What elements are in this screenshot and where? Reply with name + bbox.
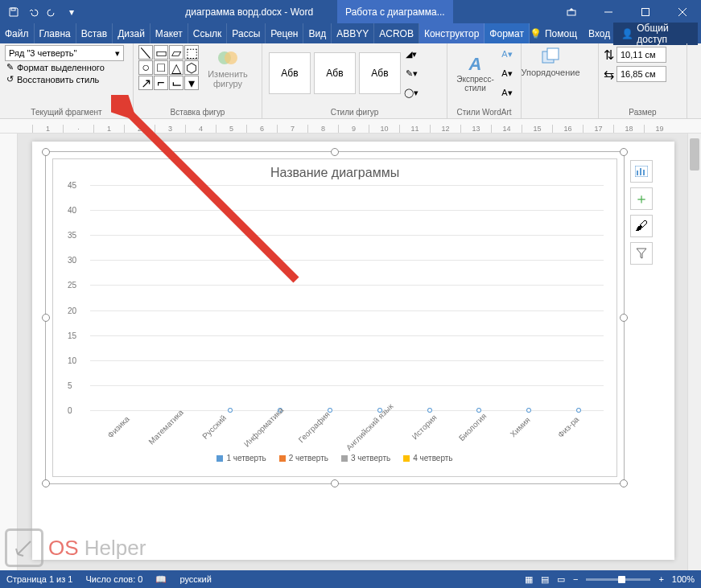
tab-insert[interactable]: Встав (76, 23, 113, 43)
reset-style-icon: ↺ (6, 74, 14, 84)
signin-label[interactable]: Вход (588, 28, 610, 39)
status-words[interactable]: Число слов: 0 (85, 574, 142, 584)
wordart-label: Экспресс-стили (452, 75, 498, 93)
svg-rect-11 (643, 170, 645, 175)
format-selection-label: Формат выделенного (17, 63, 105, 72)
ribbon-tabs: Файл Главна Встав Дизай Макет Ссылк Расс… (0, 23, 701, 43)
zoom-out-icon[interactable]: − (573, 574, 578, 584)
view-print-icon[interactable]: ▤ (541, 574, 549, 585)
scrollbar-vertical[interactable] (687, 134, 701, 570)
change-shape-label: Изменить фигуру (204, 69, 252, 88)
width-input[interactable]: 16,85 см (616, 66, 666, 82)
maximize-button[interactable] (627, 0, 664, 23)
format-selection-icon: ✎ (6, 62, 14, 72)
shape-fill-button[interactable]: ◢▾ (402, 45, 420, 63)
zoom-slider[interactable] (586, 578, 650, 581)
minimize-button[interactable] (590, 0, 627, 23)
format-selection-button[interactable]: ✎ Формат выделенного (5, 61, 128, 73)
style-preset-2[interactable]: Абв (314, 52, 356, 94)
ruler-horizontal[interactable]: 1·12345678910111213141516171819 (0, 119, 701, 134)
wordart-styles-button[interactable]: A Экспресс-стили (452, 45, 498, 101)
group-shape-styles: Стили фигур (267, 106, 442, 118)
text-outline-button[interactable]: A▾ (498, 64, 516, 82)
chart-element-value: Ряд "3 четверть" (9, 48, 76, 58)
share-icon: 👤 (621, 28, 633, 39)
chart-filter-icon[interactable] (630, 242, 653, 265)
group-insert-shapes: Вставка фигур (138, 106, 257, 118)
chart-plot-area[interactable]: 051015202530354045 (90, 185, 604, 410)
contextual-tab-label: Работа с диаграмма... (337, 0, 453, 23)
svg-rect-10 (640, 168, 641, 175)
arrange-button[interactable]: Упорядочение (526, 45, 575, 77)
tab-mailings[interactable]: Рассы (227, 23, 266, 43)
tab-review[interactable]: Рецен (266, 23, 303, 43)
height-value: 10,11 см (621, 50, 656, 60)
shape-outline-button[interactable]: ✎▾ (402, 64, 420, 82)
tab-home[interactable]: Главна (35, 23, 76, 43)
text-fill-button[interactable]: A▾ (498, 45, 516, 63)
chart-object[interactable]: ＋ 🖌 Название диаграммы 05101520253035404… (45, 151, 625, 484)
svg-rect-1 (567, 10, 575, 15)
tab-view[interactable]: Вид (303, 23, 332, 43)
status-language[interactable]: русский (179, 574, 211, 584)
style-preset-3[interactable]: Абв (359, 52, 401, 94)
svg-rect-9 (637, 171, 638, 175)
document-title: диаграмма ворд.docx - Word (185, 6, 313, 18)
svg-point-5 (225, 51, 237, 64)
redo-icon[interactable] (43, 3, 61, 21)
view-web-icon[interactable]: ▭ (557, 574, 565, 585)
help-label[interactable]: Помощ (545, 28, 577, 39)
tab-abbyy[interactable]: ABBYY (332, 23, 374, 43)
chart-title[interactable]: Название диаграммы (66, 166, 604, 180)
watermark-logo: OS Helper (5, 528, 146, 567)
shape-gallery[interactable]: ＼▭▱⬚ ○□△⬡ ↗⌐⌙▾ (138, 45, 199, 90)
reset-style-button[interactable]: ↺ Восстановить стиль (5, 73, 128, 85)
svg-rect-7 (547, 48, 559, 60)
lightbulb-icon: 💡 (530, 28, 542, 39)
group-current-selection: Текущий фрагмент (5, 106, 128, 118)
ribbon-options-icon[interactable] (553, 0, 590, 23)
chart-styles-icon[interactable]: 🖌 (630, 215, 653, 237)
chart-layout-icon[interactable] (630, 160, 653, 183)
tab-acrobat[interactable]: ACROB (374, 23, 419, 43)
tab-file[interactable]: Файл (0, 23, 35, 43)
undo-icon[interactable] (24, 3, 42, 21)
chart-add-element-icon[interactable]: ＋ (630, 187, 653, 210)
document-page[interactable]: ＋ 🖌 Название диаграммы 05101520253035404… (32, 142, 674, 560)
text-effects-button[interactable]: A▾ (498, 84, 516, 101)
width-value: 16,85 см (621, 69, 656, 79)
group-size: Размер (604, 106, 682, 118)
tab-format[interactable]: Формат (485, 23, 530, 43)
status-bar: Страница 1 из 1 Число слов: 0 📖 русский … (0, 570, 701, 588)
ribbon: Ряд "3 четверть"▾ ✎ Формат выделенного ↺… (0, 43, 701, 119)
style-preset-1[interactable]: Абв (269, 52, 311, 94)
group-arrange (526, 115, 593, 118)
zoom-in-icon[interactable]: + (658, 574, 663, 584)
tab-references[interactable]: Ссылк (188, 23, 228, 43)
tab-layout[interactable]: Макет (151, 23, 188, 43)
svg-rect-3 (642, 8, 649, 15)
save-icon[interactable] (5, 3, 23, 21)
height-input[interactable]: 10,11 см (616, 47, 666, 63)
close-button[interactable] (664, 0, 701, 23)
qat-customize-icon[interactable]: ▾ (63, 3, 80, 21)
change-shape-button[interactable]: Изменить фигуру (204, 45, 252, 90)
shape-effects-button[interactable]: ◯▾ (402, 84, 420, 101)
zoom-level[interactable]: 100% (672, 574, 695, 584)
chart-element-selector[interactable]: Ряд "3 четверть"▾ (5, 45, 124, 61)
reset-style-label: Восстановить стиль (17, 75, 99, 84)
view-read-icon[interactable]: ▦ (525, 574, 533, 585)
tab-design[interactable]: Дизай (113, 23, 151, 43)
ruler-vertical[interactable] (0, 134, 18, 570)
proofing-icon[interactable]: 📖 (155, 574, 167, 585)
group-wordart: Стили WordArt (452, 106, 516, 118)
shape-styles-gallery[interactable]: Абв Абв Абв (267, 51, 402, 96)
share-button[interactable]: 👤 Общий доступ (613, 23, 698, 45)
svg-rect-0 (11, 8, 15, 10)
height-icon: ⇅ (604, 47, 614, 63)
width-icon: ⇆ (604, 67, 614, 82)
tab-chart-design[interactable]: Конструктор (419, 23, 485, 43)
status-page[interactable]: Страница 1 из 1 (6, 574, 72, 584)
share-label: Общий доступ (637, 23, 690, 45)
arrange-label: Упорядочение (522, 68, 580, 77)
